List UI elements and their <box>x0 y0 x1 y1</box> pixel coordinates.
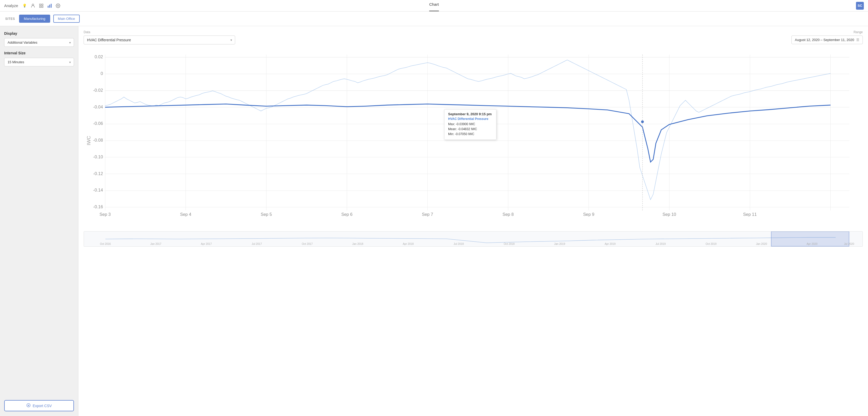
grid-icon[interactable] <box>38 3 44 9</box>
sites-bar: SITES Manufacturing Main Office <box>0 11 868 26</box>
menu-icon: ☰ <box>856 38 859 42</box>
display-select[interactable]: Additional Variables <box>4 38 74 47</box>
sites-label: SITES <box>5 17 15 21</box>
bulb-icon[interactable]: 💡 <box>22 3 27 9</box>
svg-text:-0.06: -0.06 <box>93 121 103 126</box>
bar-chart-icon[interactable] <box>47 3 53 9</box>
range-label: Range <box>854 30 863 34</box>
svg-point-0 <box>32 4 34 5</box>
svg-rect-7 <box>51 4 52 7</box>
interval-label: Interval Size <box>4 51 74 55</box>
svg-text:IWC: IWC <box>86 136 91 145</box>
x-grid-lines <box>105 55 830 210</box>
svg-text:Jan 2017: Jan 2017 <box>150 243 161 246</box>
svg-text:Jan 2018: Jan 2018 <box>352 243 364 246</box>
overview-section: Oct 2016 Jan 2017 Apr 2017 Jul 2017 Oct … <box>84 231 863 247</box>
overview-svg[interactable]: Oct 2016 Jan 2017 Apr 2017 Jul 2017 Oct … <box>84 231 863 247</box>
range-section: Range August 12, 2020 – September 11, 20… <box>792 30 863 44</box>
download-icon <box>26 403 31 408</box>
dark-series <box>105 104 830 162</box>
topnav: Analyze 💡 Chart SC <box>0 0 868 11</box>
export-csv-button[interactable]: Export CSV <box>4 400 74 411</box>
chart-area: Data HVAC Differential PressureTemperatu… <box>79 26 868 416</box>
svg-text:Sep 10: Sep 10 <box>663 212 676 217</box>
svg-text:Sep 9: Sep 9 <box>583 212 594 217</box>
display-section: Display Additional Variables ▼ <box>4 31 74 51</box>
data-label: Data <box>84 30 235 34</box>
svg-text:Jan 2020: Jan 2020 <box>756 243 767 246</box>
svg-text:Jul 2017: Jul 2017 <box>252 243 262 246</box>
user-avatar[interactable]: SC <box>856 2 864 10</box>
svg-rect-1 <box>40 4 41 5</box>
x-axis-labels: Sep 3 Sep 4 Sep 5 Sep 6 Sep 7 Sep 8 Sep … <box>99 212 757 217</box>
svg-text:Jan 2019: Jan 2019 <box>554 243 565 246</box>
svg-text:Sep 11: Sep 11 <box>743 212 757 217</box>
data-select[interactable]: HVAC Differential PressureTemperatureHum… <box>84 35 235 44</box>
svg-text:0.02: 0.02 <box>95 54 103 59</box>
svg-text:-0.14: -0.14 <box>93 188 103 192</box>
svg-text:Oct 2017: Oct 2017 <box>302 243 313 246</box>
chart-svg: IWC 0.02 0 -0.02 -0.04 <box>84 47 863 229</box>
app-label: Analyze <box>4 3 18 8</box>
light-series <box>105 60 830 200</box>
svg-text:-0.02: -0.02 <box>93 88 103 92</box>
interval-select[interactable]: 15 Minutes30 Minutes1 Hour1 Day <box>4 58 74 66</box>
display-dropdown-wrapper: Additional Variables ▼ <box>4 38 74 47</box>
svg-point-8 <box>58 5 59 6</box>
svg-text:-0.12: -0.12 <box>93 171 103 176</box>
svg-text:Sep 4: Sep 4 <box>180 212 191 217</box>
svg-text:-0.08: -0.08 <box>93 138 103 142</box>
overview-x-labels: Oct 2016 Jan 2017 Apr 2017 Jul 2017 Oct … <box>100 243 854 246</box>
svg-text:Sep 7: Sep 7 <box>422 212 433 217</box>
data-dropdown-wrapper: HVAC Differential PressureTemperatureHum… <box>84 35 235 44</box>
svg-text:-0.10: -0.10 <box>93 154 103 159</box>
gear-icon[interactable] <box>55 3 61 9</box>
svg-rect-4 <box>42 6 43 7</box>
svg-text:Sep 3: Sep 3 <box>99 212 111 217</box>
main-layout: Display Additional Variables ▼ Interval … <box>0 26 868 416</box>
svg-text:Oct 2016: Oct 2016 <box>100 243 111 246</box>
svg-text:Sep 8: Sep 8 <box>502 212 514 217</box>
y-axis: 0.02 0 -0.02 -0.04 -0.06 -0.08 <box>93 54 849 209</box>
sidebar-bottom: Export CSV <box>4 400 74 411</box>
range-display[interactable]: August 12, 2020 – September 11, 2020 ☰ <box>792 35 863 44</box>
topnav-left: Analyze 💡 <box>4 3 61 9</box>
svg-text:0: 0 <box>101 71 103 76</box>
svg-text:-0.16: -0.16 <box>93 204 103 209</box>
site-manufacturing-button[interactable]: Manufacturing <box>19 14 50 23</box>
data-control: Data HVAC Differential PressureTemperatu… <box>84 30 235 44</box>
svg-text:Sep 5: Sep 5 <box>261 212 272 217</box>
svg-text:Apr 2020: Apr 2020 <box>807 243 817 246</box>
svg-text:-0.04: -0.04 <box>93 105 103 109</box>
svg-rect-5 <box>48 6 49 8</box>
svg-text:Oct 2019: Oct 2019 <box>706 243 717 246</box>
svg-text:Jul 2019: Jul 2019 <box>656 243 666 246</box>
svg-text:Jul 2018: Jul 2018 <box>454 243 464 246</box>
site-main-office-button[interactable]: Main Office <box>53 14 80 23</box>
svg-rect-3 <box>40 6 41 7</box>
range-value: August 12, 2020 – September 11, 2020 <box>795 38 854 42</box>
display-label: Display <box>4 31 74 35</box>
svg-text:Apr 2019: Apr 2019 <box>604 243 616 246</box>
svg-text:Oct 2018: Oct 2018 <box>504 243 515 246</box>
svg-text:Jul 2020: Jul 2020 <box>844 243 854 246</box>
svg-text:Apr 2017: Apr 2017 <box>201 243 212 246</box>
page-title: Chart <box>429 0 439 11</box>
svg-rect-6 <box>50 4 50 7</box>
export-csv-label: Export CSV <box>33 404 52 408</box>
chart-svg-container: IWC 0.02 0 -0.02 -0.04 <box>84 47 863 229</box>
svg-rect-2 <box>42 4 43 5</box>
chart-controls: Data HVAC Differential PressureTemperatu… <box>84 30 863 44</box>
interval-dropdown-wrapper: 15 Minutes30 Minutes1 Hour1 Day ▼ <box>4 58 74 66</box>
interval-section: Interval Size 15 Minutes30 Minutes1 Hour… <box>4 51 74 70</box>
svg-text:Sep 6: Sep 6 <box>341 212 352 217</box>
person-icon[interactable] <box>30 3 36 9</box>
svg-text:Apr 2018: Apr 2018 <box>403 243 414 246</box>
sidebar: Display Additional Variables ▼ Interval … <box>0 26 79 416</box>
